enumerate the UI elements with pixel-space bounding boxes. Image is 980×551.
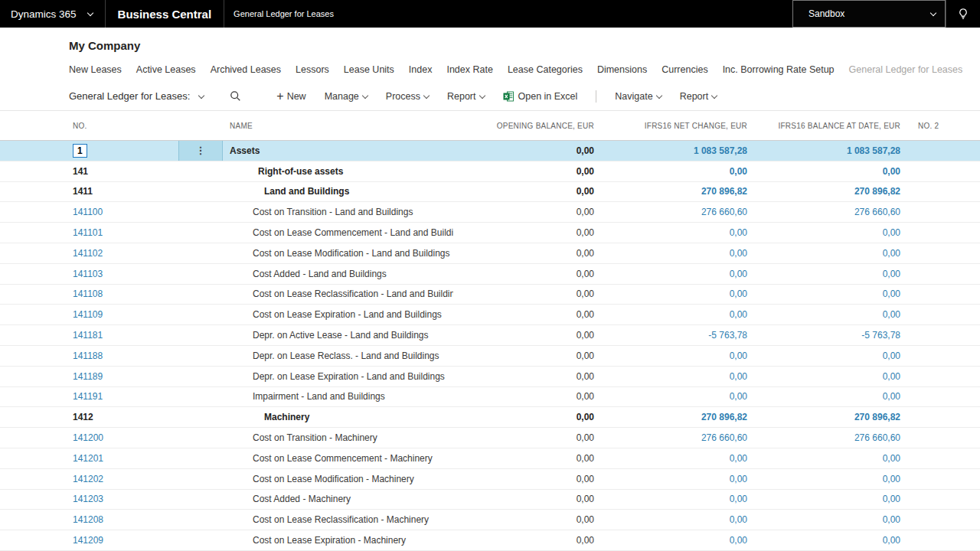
action-report[interactable]: Report: [447, 91, 485, 102]
action-new[interactable]: +New: [276, 90, 305, 103]
amount-balance[interactable]: 0,00: [760, 166, 913, 177]
amount-balance[interactable]: 0,00: [760, 248, 913, 259]
amount-balance[interactable]: 0,00: [760, 474, 913, 484]
column-header-name[interactable]: NAME: [223, 122, 453, 130]
account-no-link[interactable]: 141101: [73, 227, 103, 238]
table-row-141209[interactable]: 141209Cost on Lease Expiration - Machine…: [0, 530, 980, 551]
amount-balance[interactable]: 0,00: [760, 494, 913, 504]
table-row-141200[interactable]: 141200Cost on Transition - Machinery0,00…: [0, 428, 980, 448]
nav-item-inc-borrowing-rate-setup[interactable]: Inc. Borrowing Rate Setup: [723, 64, 835, 75]
amount-balance[interactable]: 270 896,82: [760, 186, 913, 197]
amount-net_change[interactable]: -5 763,78: [606, 330, 760, 341]
nav-item-dimensions[interactable]: Dimensions: [597, 64, 647, 75]
amount-balance[interactable]: 0,00: [760, 514, 913, 525]
nav-item-lease-categories[interactable]: Lease Categories: [508, 64, 583, 75]
nav-item-index[interactable]: Index: [409, 64, 433, 75]
selected-cell-editor[interactable]: 1: [73, 144, 87, 158]
column-header-no[interactable]: NO.: [67, 122, 178, 130]
account-no-link[interactable]: 141103: [73, 269, 103, 279]
amount-balance[interactable]: 0,00: [760, 289, 913, 299]
account-no-link[interactable]: 141100: [73, 207, 103, 217]
amount-net_change[interactable]: 270 896,82: [606, 186, 760, 197]
account-no-link[interactable]: 141188: [73, 350, 103, 361]
account-no-link[interactable]: 141209: [73, 535, 103, 546]
action-process[interactable]: Process: [386, 91, 429, 102]
amount-net_change[interactable]: 0,00: [606, 289, 760, 299]
amount-balance[interactable]: 270 896,82: [760, 412, 913, 422]
app-name-link[interactable]: Business Central: [106, 0, 224, 28]
table-row-1[interactable]: 1⋮Assets0,001 083 587,281 083 587,28: [0, 141, 980, 161]
action-navigate[interactable]: Navigate: [615, 91, 661, 102]
column-header-no2[interactable]: NO. 2: [913, 122, 980, 130]
amount-balance[interactable]: 0,00: [760, 269, 913, 279]
nav-item-currencies[interactable]: Currencies: [662, 64, 707, 75]
table-row-141102[interactable]: 141102Cost on Lease Modification - Land …: [0, 243, 980, 264]
amount-balance[interactable]: 1 083 587,28: [760, 145, 913, 156]
amount-net_change[interactable]: 0,00: [606, 227, 760, 238]
amount-balance[interactable]: 0,00: [760, 309, 913, 320]
amount-net_change[interactable]: 276 660,60: [606, 207, 760, 217]
account-no-link[interactable]: 141108: [73, 289, 103, 299]
table-row-141191[interactable]: 141191Impairment - Land and Buildings0,0…: [0, 387, 980, 408]
column-header-balance[interactable]: IFRS16 BALANCE AT DATE, EUR: [760, 122, 913, 130]
amount-net_change[interactable]: 0,00: [606, 350, 760, 361]
dynamics-365-menu[interactable]: Dynamics 365: [0, 0, 105, 28]
account-no-link[interactable]: 141: [73, 166, 88, 177]
action-report-2[interactable]: Report: [680, 91, 717, 102]
table-row-141208[interactable]: 141208Cost on Lease Reclassification - M…: [0, 510, 980, 530]
amount-balance[interactable]: 276 660,60: [760, 207, 913, 217]
environment-selector[interactable]: Sandbox: [792, 0, 946, 28]
account-no-link[interactable]: 141102: [73, 248, 103, 259]
amount-balance[interactable]: 0,00: [760, 350, 913, 361]
nav-item-new-leases[interactable]: New Leases: [69, 64, 122, 75]
amount-net_change[interactable]: 0,00: [606, 474, 760, 484]
amount-net_change[interactable]: 0,00: [606, 166, 760, 177]
table-row-141201[interactable]: 141201Cost on Lease Commencement - Machi…: [0, 448, 980, 469]
account-no-link[interactable]: 141203: [73, 494, 103, 504]
amount-net_change[interactable]: 0,00: [606, 535, 760, 546]
table-row-141108[interactable]: 141108Cost on Lease Reclassification - L…: [0, 285, 980, 305]
account-no-link[interactable]: 141200: [73, 432, 103, 443]
nav-item-index-rate[interactable]: Index Rate: [446, 64, 492, 75]
nav-item-active-leases[interactable]: Active Leases: [136, 64, 196, 75]
nav-item-archived-leases[interactable]: Archived Leases: [211, 64, 281, 75]
search-icon[interactable]: [230, 90, 241, 102]
table-row-141109[interactable]: 141109Cost on Lease Expiration - Land an…: [0, 305, 980, 325]
table-row-1412[interactable]: 1412Machinery0,00270 896,82270 896,82: [0, 407, 980, 428]
amount-net_change[interactable]: 1 083 587,28: [606, 145, 760, 156]
account-no-link[interactable]: 141189: [73, 371, 103, 382]
action-open-in-excel[interactable]: Open in Excel: [503, 91, 578, 102]
amount-net_change[interactable]: 276 660,60: [606, 432, 760, 443]
amount-balance[interactable]: 0,00: [760, 453, 913, 464]
ideas-lightbulb-icon[interactable]: [946, 0, 980, 28]
column-header-net_change[interactable]: IFRS16 NET CHANGE, EUR: [606, 122, 760, 130]
page-caption-dropdown[interactable]: General Ledger for Leases:: [69, 90, 204, 102]
amount-balance[interactable]: 276 660,60: [760, 432, 913, 443]
amount-net_change[interactable]: 0,00: [606, 494, 760, 504]
amount-balance[interactable]: -5 763,78: [760, 330, 913, 341]
amount-net_change[interactable]: 0,00: [606, 371, 760, 382]
nav-item-lessors[interactable]: Lessors: [296, 64, 329, 75]
amount-net_change[interactable]: 0,00: [606, 514, 760, 525]
account-no-link[interactable]: 1412: [73, 412, 93, 422]
table-row-141203[interactable]: 141203Cost Added - Machinery0,000,000,00: [0, 490, 980, 510]
account-no-link[interactable]: 141109: [73, 309, 103, 320]
row-options-icon[interactable]: ⋮: [179, 141, 222, 161]
amount-balance[interactable]: 0,00: [760, 371, 913, 382]
account-no-link[interactable]: 141191: [73, 391, 103, 402]
amount-net_change[interactable]: 0,00: [606, 248, 760, 259]
table-row-141188[interactable]: 141188Depr. on Lease Reclass. - Land and…: [0, 346, 980, 367]
amount-balance[interactable]: 0,00: [760, 391, 913, 402]
nav-item-lease-units[interactable]: Lease Units: [344, 64, 394, 75]
amount-net_change[interactable]: 270 896,82: [606, 412, 760, 422]
table-row-1411[interactable]: 1411Land and Buildings0,00270 896,82270 …: [0, 182, 980, 203]
table-row-141189[interactable]: 141189Depr. on Lease Expiration - Land a…: [0, 367, 980, 387]
column-header-opening[interactable]: OPENING BALANCE, EUR: [453, 122, 606, 130]
amount-net_change[interactable]: 0,00: [606, 453, 760, 464]
table-row-141181[interactable]: 141181Depr. on Active Lease - Land and B…: [0, 325, 980, 346]
amount-net_change[interactable]: 0,00: [606, 269, 760, 279]
row-options-cell[interactable]: ⋮: [178, 141, 223, 161]
amount-balance[interactable]: 0,00: [760, 535, 913, 546]
account-no-link[interactable]: 141208: [73, 514, 103, 525]
account-no-link[interactable]: 141201: [73, 453, 103, 464]
